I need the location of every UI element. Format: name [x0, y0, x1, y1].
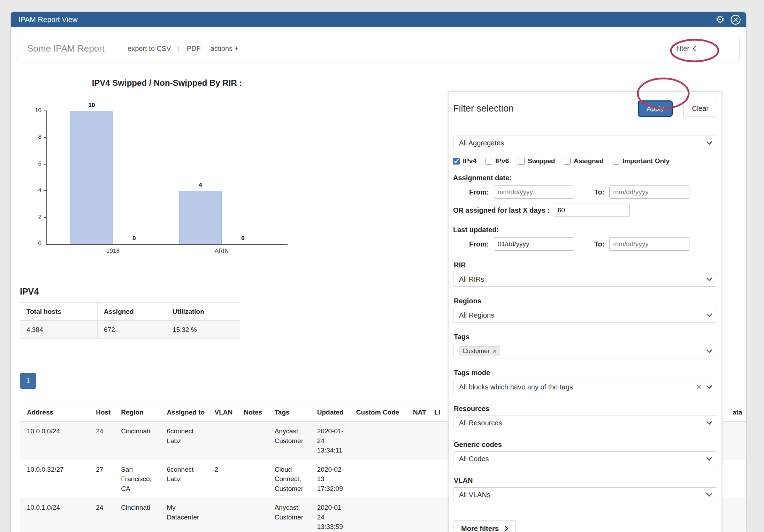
chart-title: IPV4 Swipped / Non-Swipped By RIR :: [46, 78, 288, 88]
cell-custom-code: [349, 498, 406, 532]
cell-address[interactable]: 10.0.0.32/27: [20, 460, 89, 498]
checkbox-important-only-input[interactable]: [613, 158, 619, 165]
bar-ARIN-Swipped: [179, 191, 222, 244]
checkbox-ipv4-input[interactable]: [453, 158, 460, 165]
tags-select[interactable]: Customer ×: [453, 344, 717, 358]
assignment-date-row: From: To:: [469, 185, 717, 199]
cell-notes: [237, 460, 268, 498]
column-header-custom-code[interactable]: Custom Code: [349, 403, 406, 422]
assigned-last-days-input[interactable]: [554, 204, 630, 217]
ipv4-summary-table: Total hosts Assigned Utilization 4,384 6…: [20, 302, 240, 339]
cell-notes: [237, 422, 268, 460]
checkbox-assigned[interactable]: Assigned: [564, 157, 604, 165]
cell-region: Cincinnati: [114, 498, 160, 532]
assignment-from-input[interactable]: [494, 185, 574, 199]
chevron-down-icon: [706, 139, 712, 145]
actions-menu[interactable]: actions +: [211, 45, 239, 53]
vlan-select[interactable]: All VLANs: [453, 487, 717, 502]
column-header-updated[interactable]: Updated: [310, 403, 349, 422]
checkbox-swipped-input[interactable]: [518, 158, 525, 165]
tags-mode-select[interactable]: All blocks which have any of the tags ×: [453, 380, 717, 394]
column-header-host[interactable]: Host: [89, 403, 114, 422]
y-axis-tick-mark: [44, 217, 47, 218]
resources-label: Resources: [454, 405, 717, 413]
bar-value-label: 0: [113, 235, 155, 242]
cell-vlan: [208, 498, 237, 532]
tags-mode-select-value: All blocks which have any of the tags: [459, 383, 573, 391]
more-filters-button[interactable]: More filters: [453, 520, 515, 532]
export-pdf-link[interactable]: PDF: [187, 45, 201, 53]
last-updated-from-label: From:: [469, 240, 489, 248]
clear-selection-icon[interactable]: ×: [696, 382, 702, 392]
pagination-page-1[interactable]: 1: [20, 373, 36, 389]
last-updated-to-input[interactable]: [609, 237, 689, 251]
checkbox-important-only-label: Important Only: [622, 157, 670, 165]
cell-tags: Anycast, Customer: [268, 498, 310, 532]
column-header-partial[interactable]: ata: [726, 403, 746, 422]
regions-label: Regions: [454, 297, 717, 305]
checkbox-ipv6[interactable]: IPv6: [486, 157, 509, 165]
column-header-tags[interactable]: Tags: [268, 403, 310, 422]
content-area: IPV4 Swipped / Non-Swipped By RIR : 0246…: [11, 78, 746, 532]
y-axis-tick-label: 8: [30, 134, 41, 140]
window-titlebar: IPAM Report View ⚙: [11, 12, 746, 27]
cell-host: 27: [89, 460, 114, 498]
report-title: Some IPAM Report: [27, 43, 105, 54]
tags-mode-label: Tags mode: [454, 369, 717, 377]
filter-toggle[interactable]: filter: [676, 45, 697, 53]
column-header-region[interactable]: Region: [114, 403, 160, 422]
regions-select[interactable]: All Regions: [453, 308, 717, 322]
bar-chart: 0246810100191840ARIN: [46, 111, 288, 245]
window-title: IPAM Report View: [18, 15, 78, 24]
checkbox-important-only[interactable]: Important Only: [613, 157, 670, 165]
vlan-label: VLAN: [454, 477, 717, 485]
y-axis-tick-label: 4: [30, 187, 41, 194]
more-filters-label: More filters: [461, 525, 499, 532]
apply-button[interactable]: Apply: [638, 100, 673, 117]
resources-select[interactable]: All Resources: [453, 416, 717, 430]
chevron-down-icon: [706, 311, 712, 317]
checkbox-ipv4[interactable]: IPv4: [453, 157, 476, 165]
checkbox-ipv6-input[interactable]: [486, 158, 492, 165]
last-updated-from-input[interactable]: [494, 237, 574, 251]
toolbar-separator: |: [178, 45, 180, 53]
tag-chip: Customer ×: [459, 346, 500, 356]
column-header-nat[interactable]: NAT: [406, 403, 427, 422]
close-icon[interactable]: [730, 14, 741, 25]
remove-tag-icon[interactable]: ×: [493, 348, 497, 355]
column-header-address[interactable]: Address: [20, 403, 89, 422]
assignment-date-label: Assignment date:: [453, 174, 717, 182]
cell-region: Cincinnati: [114, 422, 160, 460]
last-updated-row: From: To:: [469, 237, 717, 251]
column-header-vlan[interactable]: VLAN: [208, 403, 237, 422]
column-header-assigned-to[interactable]: Assigned to: [160, 403, 207, 422]
y-axis-tick-mark: [44, 190, 47, 191]
assigned-last-days-label: OR assigned for last X days :: [453, 206, 550, 214]
cell-custom-code: [349, 422, 406, 460]
export-csv-link[interactable]: export to CSV: [128, 45, 171, 53]
generic-codes-label: Generic codes: [454, 441, 717, 449]
checkbox-ipv6-label: IPv6: [495, 157, 509, 165]
summary-cell: 4,384: [20, 321, 98, 339]
checkbox-assigned-input[interactable]: [564, 158, 571, 165]
checkbox-swipped[interactable]: Swipped: [518, 157, 555, 165]
aggregates-select-value: All Aggregates: [459, 139, 504, 147]
summary-column-header: Total hosts: [20, 303, 98, 321]
bar-value-label: 0: [222, 235, 264, 242]
generic-codes-select[interactable]: All Codes: [453, 451, 717, 466]
vlan-select-value: All VLANs: [459, 491, 490, 499]
column-header-notes[interactable]: Notes: [237, 403, 268, 422]
bar-1918-Swipped: [70, 111, 113, 244]
clear-button[interactable]: Clear: [683, 101, 717, 116]
y-axis-tick-mark: [44, 244, 47, 244]
assignment-to-input[interactable]: [609, 185, 689, 199]
gear-icon[interactable]: ⚙: [716, 15, 725, 25]
ipam-report-window: IPAM Report View ⚙ Some IPAM Report expo…: [11, 12, 746, 532]
rir-select[interactable]: All RIRs: [453, 272, 717, 287]
aggregates-select[interactable]: All Aggregates: [453, 136, 717, 150]
rir-label: RIR: [454, 261, 717, 269]
cell-address[interactable]: 10.0.1.0/24: [20, 498, 89, 532]
regions-select-value: All Regions: [459, 311, 494, 319]
cell-address[interactable]: 10.0.0.0/24: [20, 422, 89, 460]
cell-updated: 2020-02-13 17:32:09: [310, 460, 349, 498]
